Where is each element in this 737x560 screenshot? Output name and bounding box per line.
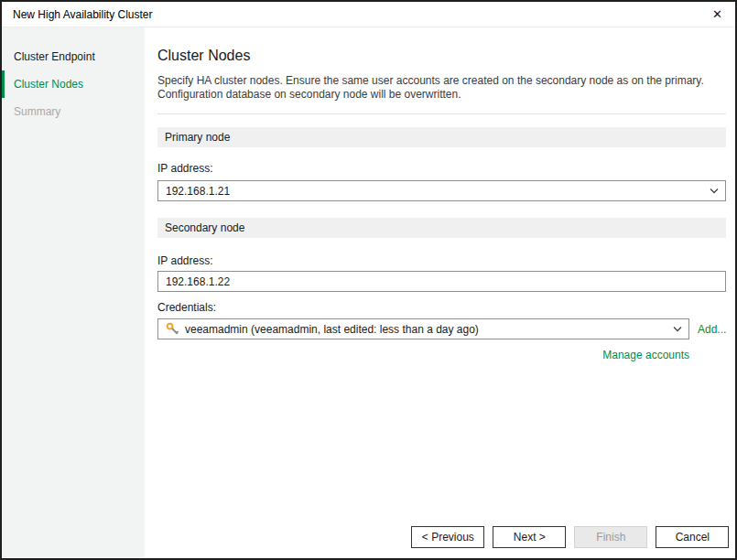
cancel-button[interactable]: Cancel [656, 526, 729, 548]
finish-button: Finish [574, 526, 647, 548]
credentials-row: veeamadmin (veeamadmin, last edited: les… [157, 318, 726, 339]
credentials-value: veeamadmin (veeamadmin, last edited: les… [185, 323, 673, 336]
chevron-down-icon [710, 188, 719, 194]
page-title: Cluster Nodes [157, 47, 726, 64]
page-description: Specify HA cluster nodes. Ensure the sam… [157, 74, 726, 102]
add-credentials-link[interactable]: Add... [698, 323, 726, 336]
section-label: Primary node [165, 131, 230, 144]
previous-button[interactable]: < Previous [411, 526, 484, 548]
sidebar-item-cluster-nodes[interactable]: Cluster Nodes [2, 70, 145, 98]
secondary-ip-input[interactable] [157, 271, 726, 292]
sidebar-item-label: Cluster Nodes [14, 78, 83, 91]
manage-accounts-row: Manage accounts [157, 346, 689, 362]
next-button[interactable]: Next > [493, 526, 566, 548]
wizard-footer-buttons: < Previous Next > Finish Cancel [411, 526, 729, 548]
sidebar-item-summary: Summary [2, 98, 145, 125]
secondary-node-section-header: Secondary node [157, 218, 726, 238]
key-icon [166, 322, 179, 336]
divider [157, 113, 726, 114]
window-title: New High Availability Cluster [13, 8, 153, 21]
close-icon[interactable]: ✕ [709, 5, 726, 23]
wizard-steps-sidebar: Cluster Endpoint Cluster Nodes Summary [2, 27, 145, 557]
manage-accounts-link[interactable]: Manage accounts [602, 349, 689, 361]
credentials-label: Credentials: [157, 301, 726, 315]
secondary-ip-label: IP address: [157, 254, 726, 268]
wizard-step-content: Cluster Nodes Specify HA cluster nodes. … [145, 27, 737, 557]
primary-ip-label: IP address: [157, 162, 726, 176]
sidebar-item-label: Cluster Endpoint [14, 50, 95, 63]
new-ha-cluster-dialog: New High Availability Cluster ✕ Cluster … [0, 0, 737, 560]
sidebar-item-cluster-endpoint[interactable]: Cluster Endpoint [2, 43, 145, 70]
primary-ip-combobox[interactable]: 192.168.1.21 [157, 180, 726, 201]
sidebar-item-label: Summary [14, 105, 60, 118]
section-label: Secondary node [165, 221, 244, 234]
title-bar: New High Availability Cluster ✕ [2, 2, 735, 27]
primary-ip-value: 192.168.1.21 [166, 185, 710, 198]
credentials-combobox[interactable]: veeamadmin (veeamadmin, last edited: les… [157, 318, 689, 339]
dialog-body: Cluster Endpoint Cluster Nodes Summary C… [2, 27, 735, 557]
chevron-down-icon [673, 326, 682, 332]
primary-node-section-header: Primary node [157, 127, 726, 147]
